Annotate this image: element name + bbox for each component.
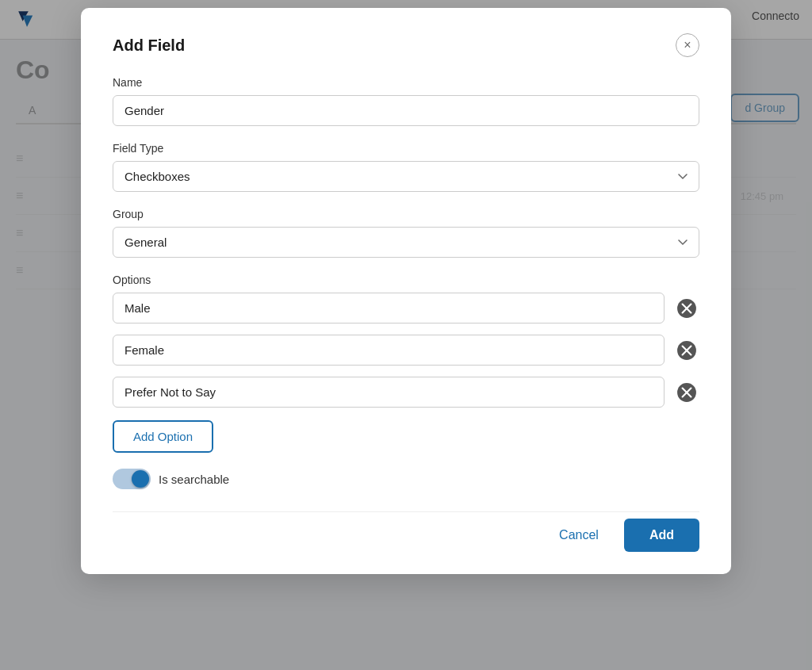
add-option-button[interactable]: Add Option	[113, 420, 213, 453]
remove-icon	[676, 382, 697, 403]
remove-option-1-button[interactable]	[674, 296, 699, 321]
field-type-select[interactable]: Checkboxes Text Number Date Radio	[113, 161, 699, 192]
add-field-modal: Add Field × Name Field Type Checkboxes T…	[81, 8, 731, 574]
modal-overlay: Add Field × Name Field Type Checkboxes T…	[0, 0, 812, 670]
option-input-3[interactable]	[113, 377, 665, 408]
is-searchable-label: Is searchable	[159, 473, 229, 486]
remove-option-2-button[interactable]	[674, 338, 699, 363]
option-input-2[interactable]	[113, 335, 665, 366]
option-row-1	[113, 293, 699, 324]
add-button[interactable]: Add	[624, 519, 699, 552]
option-row-2	[113, 335, 699, 366]
modal-title: Add Field	[113, 36, 185, 55]
name-label: Name	[113, 76, 699, 89]
toggle-thumb	[132, 470, 149, 488]
group-field-group: Group General Personal Contact	[113, 208, 699, 258]
remove-icon	[676, 340, 697, 361]
close-button[interactable]: ×	[676, 33, 699, 57]
modal-footer: Cancel Add	[113, 511, 699, 552]
name-field-group: Name	[113, 76, 699, 126]
option-row-3	[113, 377, 699, 408]
group-select[interactable]: General Personal Contact	[113, 227, 699, 258]
modal-header: Add Field ×	[113, 33, 699, 57]
remove-option-3-button[interactable]	[674, 380, 699, 405]
remove-icon	[676, 298, 697, 319]
is-searchable-toggle[interactable]	[113, 469, 151, 489]
options-section: Options	[113, 274, 699, 408]
cancel-button[interactable]: Cancel	[546, 520, 611, 550]
name-input[interactable]	[113, 95, 699, 126]
is-searchable-row: Is searchable	[113, 469, 699, 489]
group-label: Group	[113, 208, 699, 220]
field-type-group: Field Type Checkboxes Text Number Date R…	[113, 142, 699, 192]
options-label: Options	[113, 274, 699, 286]
field-type-label: Field Type	[113, 142, 699, 155]
option-input-1[interactable]	[113, 293, 665, 324]
